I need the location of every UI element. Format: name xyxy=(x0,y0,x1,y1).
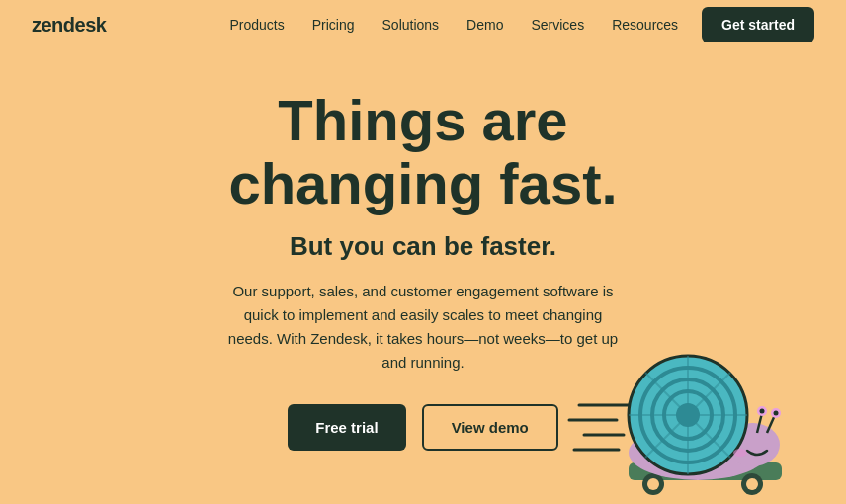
nav-link-solutions[interactable]: Solutions xyxy=(382,17,440,33)
svg-point-27 xyxy=(733,449,747,457)
svg-point-6 xyxy=(647,478,659,490)
hero-buttons: Free trial View demo xyxy=(288,404,557,451)
logo[interactable]: zendesk xyxy=(32,14,106,37)
nav-links: Products Pricing Solutions Demo Services… xyxy=(229,17,678,33)
hero-subheadline: But you can be faster. xyxy=(290,231,556,262)
snail-svg xyxy=(559,287,816,504)
view-demo-button[interactable]: View demo xyxy=(422,404,558,451)
nav-link-products[interactable]: Products xyxy=(229,17,284,33)
nav-link-resources[interactable]: Resources xyxy=(612,17,678,33)
hero-headline: Things are changing fast. xyxy=(228,89,617,215)
hero-section: Things are changing fast. But you can be… xyxy=(0,49,846,504)
navbar: zendesk Products Pricing Solutions Demo … xyxy=(0,0,846,49)
nav-link-services[interactable]: Services xyxy=(531,17,584,33)
get-started-button[interactable]: Get started xyxy=(702,7,814,42)
nav-link-demo[interactable]: Demo xyxy=(466,17,503,33)
svg-point-8 xyxy=(746,478,758,490)
nav-link-pricing[interactable]: Pricing xyxy=(312,17,355,33)
svg-point-26 xyxy=(774,411,779,416)
snail-illustration xyxy=(559,287,816,504)
free-trial-button[interactable]: Free trial xyxy=(288,404,405,451)
svg-point-23 xyxy=(760,409,765,414)
